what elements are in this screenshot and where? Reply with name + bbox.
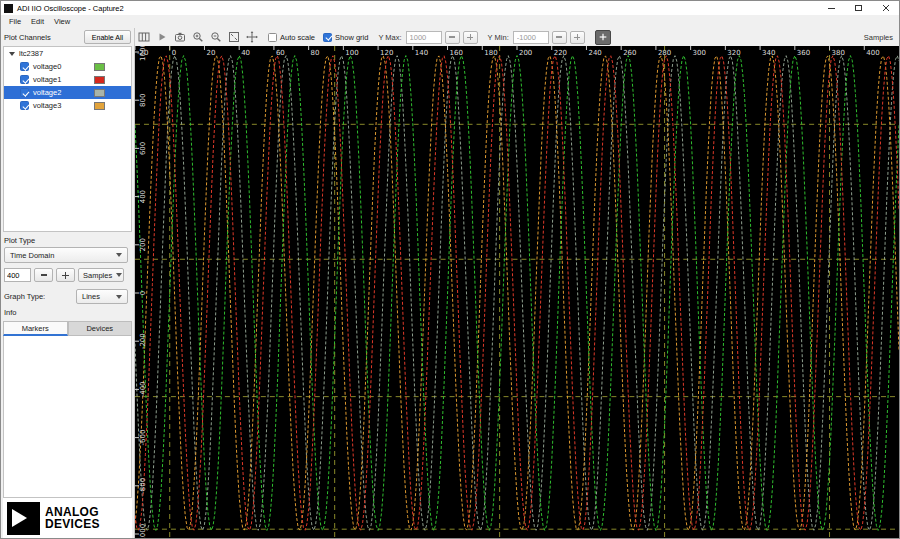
waveform-canvas[interactable]: -200204060801001201401601802002202402602… [135, 46, 899, 539]
new-plot-button[interactable] [595, 30, 611, 45]
sample-count-decrement-button[interactable] [34, 268, 53, 282]
zoom-in-icon [192, 31, 204, 43]
info-label: Info [1, 304, 134, 319]
svg-text:220: 220 [554, 49, 567, 57]
plot-type-label: Plot Type [1, 232, 134, 247]
brand-area: ANALOG DEVICES [3, 498, 132, 539]
svg-text:-800: -800 [139, 478, 147, 494]
minimize-button[interactable] [818, 1, 845, 15]
info-tabs: Markers Devices [3, 321, 132, 336]
menu-file[interactable]: File [4, 17, 26, 26]
svg-text:1000: 1000 [139, 46, 147, 61]
minus-icon [449, 36, 455, 37]
svg-text:20: 20 [206, 49, 215, 57]
chevron-down-icon [116, 273, 122, 277]
svg-text:0: 0 [139, 291, 147, 295]
y-min-decrement-button[interactable] [552, 31, 567, 44]
maximize-button[interactable] [845, 1, 872, 15]
svg-text:280: 280 [658, 49, 671, 57]
capture-button[interactable] [171, 30, 188, 45]
channel-checkbox[interactable] [20, 101, 29, 110]
play-button[interactable] [153, 30, 170, 45]
chevron-down-icon [116, 253, 122, 257]
channel-row-voltage3[interactable]: voltage3 [4, 99, 131, 112]
channel-row-voltage2[interactable]: voltage2 [4, 86, 131, 99]
plot-toolbar: Auto scale Show grid Y Max: Y Min: Sampl… [135, 28, 899, 46]
plus-icon [467, 34, 473, 40]
sample-unit-value: Samples [83, 271, 112, 280]
y-max-input[interactable] [406, 31, 442, 44]
svg-text:180: 180 [484, 49, 497, 57]
channel-list-icon [138, 31, 150, 43]
zoom-out-button[interactable] [207, 30, 224, 45]
show-grid-option[interactable]: Show grid [323, 33, 368, 42]
sidebar: Plot Channels Enable All ltc2387 voltage… [1, 28, 135, 539]
channel-checkbox[interactable] [20, 62, 29, 71]
auto-scale-label: Auto scale [280, 33, 315, 42]
channel-label: voltage0 [33, 62, 61, 71]
zoom-fit-button[interactable] [225, 30, 242, 45]
auto-scale-checkbox[interactable] [268, 33, 277, 42]
svg-text:400: 400 [139, 190, 147, 203]
channel-label: voltage3 [33, 101, 61, 110]
channel-list-button[interactable] [135, 30, 152, 45]
svg-text:60: 60 [276, 49, 285, 57]
x-axis-unit-label: Samples [864, 33, 895, 42]
zoom-in-button[interactable] [189, 30, 206, 45]
channel-color-swatch[interactable] [94, 102, 105, 110]
enable-all-button[interactable]: Enable All [84, 30, 131, 44]
svg-text:-1000: -1000 [139, 524, 147, 539]
channel-row-voltage1[interactable]: voltage1 [4, 73, 131, 86]
tab-markers[interactable]: Markers [3, 321, 68, 336]
close-button[interactable] [872, 1, 899, 15]
svg-text:-200: -200 [139, 333, 147, 349]
menu-edit[interactable]: Edit [26, 17, 49, 26]
y-max-decrement-button[interactable] [445, 31, 460, 44]
sample-count-input[interactable] [4, 268, 31, 282]
channel-label: voltage2 [33, 88, 61, 97]
y-max-label: Y Max: [378, 33, 401, 42]
channel-checkbox[interactable] [20, 75, 29, 84]
graph-type-label: Graph Type: [4, 292, 45, 301]
move-icon [246, 31, 258, 43]
menu-view[interactable]: View [49, 17, 75, 26]
auto-scale-option[interactable]: Auto scale [268, 33, 315, 42]
minus-icon [556, 36, 562, 37]
y-min-input[interactable] [513, 31, 549, 44]
svg-text:380: 380 [832, 49, 845, 57]
brand-text: ANALOG DEVICES [45, 506, 100, 530]
zoom-out-icon [210, 31, 222, 43]
oscilloscope-plot[interactable]: -200204060801001201401601802002202402602… [135, 46, 899, 539]
plot-channels-label: Plot Channels [4, 33, 51, 42]
show-grid-checkbox[interactable] [323, 33, 332, 42]
y-max-increment-button[interactable] [463, 31, 478, 44]
svg-text:160: 160 [450, 49, 463, 57]
adi-logo-icon [7, 502, 40, 535]
channel-color-swatch[interactable] [94, 63, 105, 71]
tab-devices[interactable]: Devices [68, 321, 133, 336]
sample-unit-dropdown[interactable]: Samples [78, 268, 124, 282]
minus-icon [41, 274, 47, 275]
device-row[interactable]: ltc2387 [4, 47, 131, 60]
move-button[interactable] [243, 30, 260, 45]
channel-color-swatch[interactable] [94, 89, 105, 97]
maximize-icon [855, 5, 862, 11]
svg-text:300: 300 [693, 49, 706, 57]
tree-expander-icon[interactable] [9, 52, 15, 56]
plot-type-dropdown[interactable]: Time Domain [4, 247, 128, 263]
play-icon [156, 31, 168, 43]
sample-count-increment-button[interactable] [56, 268, 75, 282]
svg-text:340: 340 [762, 49, 775, 57]
svg-text:140: 140 [415, 49, 428, 57]
channel-label: voltage1 [33, 75, 61, 84]
graph-type-dropdown[interactable]: Lines [76, 289, 128, 304]
svg-text:200: 200 [519, 49, 532, 57]
y-min-increment-button[interactable] [570, 31, 585, 44]
channel-row-voltage0[interactable]: voltage0 [4, 60, 131, 73]
device-label: ltc2387 [19, 49, 43, 58]
svg-text:360: 360 [797, 49, 810, 57]
svg-text:80: 80 [311, 49, 320, 57]
channel-checkbox[interactable] [20, 88, 29, 97]
svg-text:800: 800 [139, 94, 147, 107]
channel-color-swatch[interactable] [94, 76, 105, 84]
